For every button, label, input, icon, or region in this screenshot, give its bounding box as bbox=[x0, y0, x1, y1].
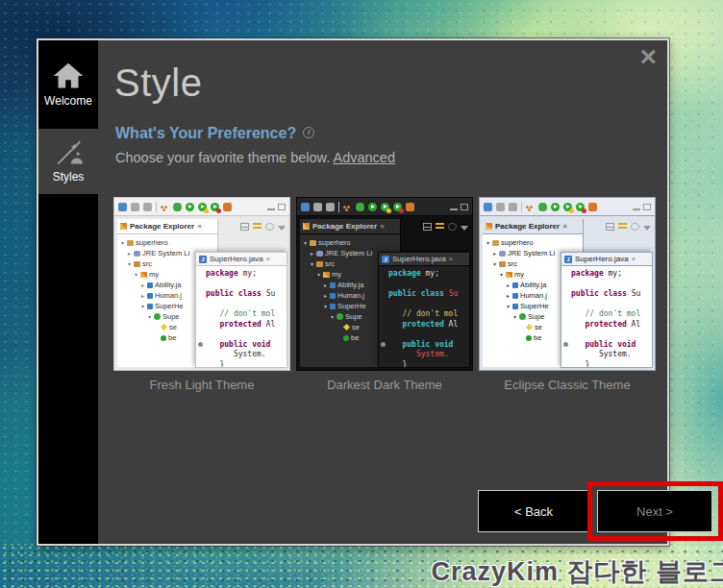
tree-expand-arrow: ▾ bbox=[491, 260, 498, 267]
run-external-icon bbox=[381, 203, 389, 211]
code-token: Al bbox=[444, 320, 458, 329]
package-explorer-label: Package Explorer bbox=[130, 222, 194, 231]
tab-close-icon: × bbox=[380, 222, 385, 231]
code-token: } bbox=[206, 360, 224, 369]
save-all-icon bbox=[509, 203, 517, 211]
new-wizard-icon bbox=[301, 203, 310, 211]
info-icon[interactable]: i bbox=[303, 127, 314, 138]
tree-expand-arrow: ▾ bbox=[505, 303, 511, 309]
tree-expand-arrow: ▸ bbox=[322, 292, 329, 299]
java-file-icon: J bbox=[199, 256, 207, 263]
sidebar-item-welcome[interactable]: Welcome bbox=[38, 40, 98, 129]
code-token: protected bbox=[388, 320, 444, 329]
theme-thumbnail-darkest-dark[interactable]: Package Explorer×▾superhero▸JRE System L… bbox=[296, 197, 473, 371]
code-line bbox=[206, 330, 287, 340]
code-line bbox=[206, 300, 287, 310]
code-token: protected bbox=[571, 320, 627, 329]
code-line: package my; bbox=[388, 269, 469, 280]
page-title: Style bbox=[114, 61, 667, 105]
code-line bbox=[571, 330, 652, 340]
coverage-icon bbox=[576, 203, 585, 211]
view-menu-icon bbox=[461, 226, 468, 231]
code-token: // don't mol bbox=[571, 309, 640, 318]
view-toolbar bbox=[240, 220, 286, 233]
advanced-link[interactable]: Advanced bbox=[334, 150, 396, 165]
breakpoints-icon bbox=[161, 205, 169, 209]
preference-heading: What's Your Preference?i bbox=[115, 125, 667, 142]
run-external-icon bbox=[198, 203, 207, 211]
tree-item-label: Ability.ja bbox=[520, 281, 546, 289]
window-buttons bbox=[633, 204, 651, 210]
src-folder-icon bbox=[499, 261, 506, 267]
tree-item-label: superhero bbox=[318, 238, 351, 247]
preference-heading-text: What's Your Preference? bbox=[115, 125, 296, 141]
java-file-icon bbox=[512, 293, 518, 299]
next-button[interactable]: Next > bbox=[597, 490, 712, 532]
tree-expand-arrow: ▸ bbox=[126, 250, 133, 257]
code-line: public class Su bbox=[388, 289, 469, 300]
sidebar-item-label: Styles bbox=[53, 170, 85, 184]
code-line: System. bbox=[571, 350, 652, 360]
code-token: } bbox=[571, 360, 589, 369]
code-line: package my; bbox=[206, 269, 287, 280]
link-editor-icon bbox=[631, 223, 639, 231]
tree-item-label: src bbox=[142, 259, 152, 268]
package-icon bbox=[140, 272, 147, 278]
src-folder-icon bbox=[316, 261, 323, 267]
java-file-icon bbox=[147, 293, 153, 299]
filters-icon bbox=[618, 223, 627, 231]
run-icon bbox=[368, 203, 377, 211]
code-line: } bbox=[571, 360, 652, 369]
java-file-icon bbox=[512, 304, 518, 309]
tree-item-label: Ability.ja bbox=[155, 281, 181, 289]
tab-close-icon: × bbox=[632, 255, 636, 263]
breakpoints-icon bbox=[343, 205, 352, 209]
jre-library-icon bbox=[499, 251, 506, 257]
editor-tab-label: SuperHero.java bbox=[575, 255, 629, 263]
theme-thumbnail-eclipse-classic[interactable]: Package Explorer×▾superhero▸JRE System L… bbox=[479, 197, 656, 371]
minimize-icon bbox=[633, 208, 640, 210]
breakpoint-marker-icon bbox=[563, 342, 568, 347]
code-token: public void bbox=[571, 340, 636, 349]
new-wizard-icon bbox=[484, 203, 492, 211]
code-token: System. bbox=[571, 350, 632, 358]
code-line: public void bbox=[206, 340, 287, 351]
java-file-icon bbox=[330, 293, 336, 299]
window-buttons bbox=[450, 204, 468, 210]
method-icon bbox=[343, 335, 349, 341]
jre-library-icon bbox=[316, 251, 323, 257]
tree-item-label: src bbox=[508, 259, 517, 268]
editor-panel: JSuperHero.java×package my;public class … bbox=[561, 252, 653, 368]
package-explorer-label: Package Explorer bbox=[495, 222, 560, 231]
debug-bug-icon bbox=[538, 203, 547, 211]
new-java-icon bbox=[406, 203, 414, 211]
tree-item-label: Supe bbox=[162, 312, 180, 321]
coverage-icon bbox=[393, 203, 402, 211]
tab-close-icon: × bbox=[562, 222, 567, 231]
save-all-icon bbox=[326, 203, 335, 211]
theme-thumbnail-fresh-light[interactable]: Package Explorer×▾superhero▸JRE System L… bbox=[113, 197, 290, 371]
back-button[interactable]: < Back bbox=[478, 490, 589, 532]
sidebar-item-styles[interactable]: Styles bbox=[38, 129, 98, 194]
code-token: my; bbox=[604, 269, 622, 278]
maximize-icon bbox=[278, 204, 286, 210]
java-file-icon: J bbox=[382, 256, 389, 263]
ide-toolbar bbox=[297, 198, 472, 216]
tree-item: ▾superhero bbox=[483, 237, 583, 248]
tree-expand-arrow: ▾ bbox=[322, 303, 329, 309]
jre-library-icon bbox=[134, 251, 140, 257]
tree-item-label: be bbox=[534, 333, 541, 342]
package-explorer-label: Package Explorer bbox=[312, 222, 377, 231]
maximize-icon bbox=[643, 204, 651, 210]
code-line: package my; bbox=[571, 269, 652, 280]
tree-item: ▾superhero bbox=[300, 237, 400, 248]
tree-item-label: se bbox=[352, 323, 360, 331]
theme-row: Package Explorer×▾superhero▸JRE System L… bbox=[113, 197, 656, 392]
editor-panel: JSuperHero.java×package my;public class … bbox=[378, 252, 470, 368]
tab-close-icon: × bbox=[449, 255, 454, 263]
tree-expand-arrow: ▾ bbox=[146, 313, 153, 320]
tree-item-label: JRE System Li bbox=[142, 249, 189, 257]
java-file-icon bbox=[512, 282, 518, 288]
editor-tab-label: SuperHero.java bbox=[392, 255, 446, 263]
tree-item-label: be bbox=[168, 333, 176, 342]
